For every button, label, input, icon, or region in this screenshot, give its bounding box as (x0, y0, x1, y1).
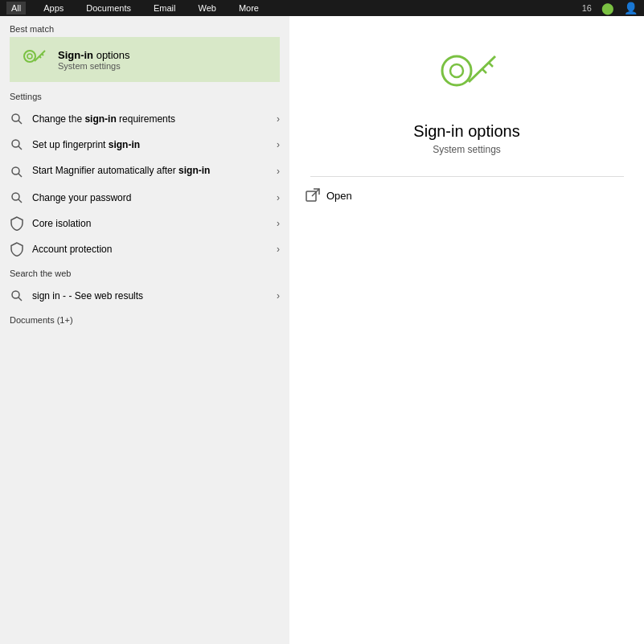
open-label: Open (326, 190, 352, 202)
right-content: Sign-in options System settings Open (289, 16, 644, 209)
tab-more[interactable]: More (234, 2, 264, 14)
web-search-text: sign in - - See web results (32, 289, 269, 303)
settings-item-password[interactable]: Change your password › (0, 185, 289, 211)
svg-line-17 (469, 56, 495, 82)
best-match-subtitle: System settings (58, 61, 130, 71)
settings-item-change-signin[interactable]: Change the sign-in requirements › (0, 106, 289, 132)
tab-documents[interactable]: Documents (81, 2, 136, 14)
svg-point-9 (12, 167, 19, 174)
settings-section: Settings (0, 85, 289, 106)
open-button[interactable]: Open (289, 182, 644, 209)
magnifier-icon (10, 112, 24, 126)
right-subtitle: System settings (433, 144, 501, 155)
chevron-right-icon: › (277, 139, 280, 150)
docs-label: Documents (1+) (10, 315, 280, 325)
shield-icon (10, 216, 24, 231)
web-section: Search the web (0, 262, 289, 283)
left-panel: Best match Sign-in options System settin… (0, 16, 289, 644)
fingerprint-icon (10, 137, 24, 152)
tab-web[interactable]: Web (193, 2, 220, 14)
svg-point-5 (12, 114, 19, 121)
chevron-right-icon: › (277, 218, 280, 229)
svg-line-14 (18, 297, 22, 301)
user-icon[interactable]: 👤 (624, 2, 638, 14)
tab-email[interactable]: Email (149, 2, 181, 14)
svg-point-0 (24, 51, 35, 62)
tab-apps[interactable]: Apps (39, 2, 68, 14)
best-match-label: Best match (10, 24, 280, 34)
core-isolation-text: Core isolation (32, 217, 269, 231)
svg-line-3 (42, 54, 43, 55)
docs-section: Documents (1+) (0, 309, 289, 330)
chevron-right-icon: › (277, 244, 280, 255)
tab-all[interactable]: All (6, 2, 26, 14)
top-bar-right: 16 ⬤ 👤 (582, 2, 638, 14)
svg-point-7 (12, 140, 19, 147)
web-label: Search the web (10, 269, 280, 278)
password-text: Change your password (32, 191, 269, 205)
svg-point-11 (12, 193, 19, 200)
password-icon (10, 191, 24, 205)
sign-in-options-icon (19, 45, 48, 74)
web-search-item[interactable]: sign in - - See web results › (0, 283, 289, 309)
settings-item-core-isolation[interactable]: Core isolation › (0, 211, 289, 236)
change-signin-text: Change the sign-in requirements (32, 113, 269, 126)
svg-point-16 (450, 64, 463, 77)
chevron-right-icon: › (277, 113, 280, 125)
toggle-icon[interactable]: ⬤ (601, 2, 614, 14)
right-panel: Sign-in options System settings Open (289, 16, 644, 644)
svg-line-8 (18, 146, 22, 150)
search-icon (10, 289, 24, 303)
chevron-right-icon: › (277, 192, 280, 203)
web-suffix: - See web results (68, 290, 143, 301)
svg-line-18 (489, 63, 493, 67)
chevron-right-icon: › (277, 290, 280, 301)
svg-line-10 (18, 174, 22, 177)
best-match-item[interactable]: Sign-in options System settings (10, 37, 280, 82)
chevron-right-icon: › (277, 166, 280, 177)
top-bar-number: 16 (582, 3, 592, 13)
svg-line-6 (18, 121, 22, 124)
magnifier-text: Start Magnifier automatically after sign… (32, 164, 269, 178)
web-query: sign in (32, 290, 60, 301)
account-protection-text: Account protection (32, 243, 269, 256)
svg-line-4 (39, 56, 41, 58)
svg-point-13 (12, 291, 19, 298)
svg-line-19 (482, 69, 486, 73)
settings-item-account-protection[interactable]: Account protection › (0, 236, 289, 262)
settings-item-fingerprint[interactable]: Set up fingerprint sign-in › (0, 132, 289, 158)
svg-line-12 (18, 199, 22, 203)
best-match-title: Sign-in options (58, 49, 130, 61)
svg-point-1 (27, 54, 32, 59)
best-match-text: Sign-in options System settings (58, 49, 130, 71)
svg-point-15 (442, 56, 471, 85)
best-match-section: Best match Sign-in options System settin… (0, 16, 289, 85)
settings-item-magnifier[interactable]: Start Magnifier automatically after sign… (0, 158, 289, 185)
shield-icon-2 (10, 242, 24, 256)
fingerprint-text: Set up fingerprint sign-in (32, 138, 269, 152)
settings-label: Settings (10, 92, 280, 101)
right-title: Sign-in options (413, 122, 519, 141)
top-bar: All Apps Documents Email Web More 16 ⬤ 👤 (0, 0, 644, 16)
sign-in-large-icon (431, 40, 503, 113)
magnifier-icon-2 (10, 165, 24, 179)
open-icon (306, 188, 320, 203)
